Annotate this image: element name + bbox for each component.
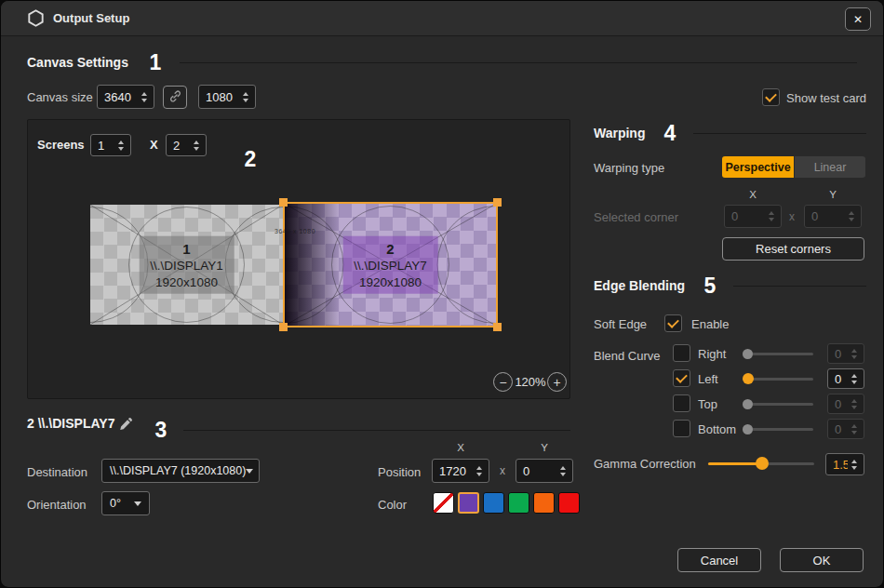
link-dimensions-button[interactable] <box>163 86 187 109</box>
dialog-title: Output Setup <box>53 11 129 25</box>
orientation-label: Orientation <box>27 498 87 512</box>
blend-top-spinner <box>827 394 864 414</box>
canvas-height-spinner[interactable] <box>198 85 256 109</box>
screens-cols-input[interactable] <box>91 139 114 153</box>
position-x-spinner[interactable] <box>432 459 489 483</box>
display-resolution: 1920x1080 <box>150 274 223 290</box>
corner-handle-top-right[interactable] <box>493 198 502 207</box>
display-1-thumbnail[interactable]: 1 \\.\DISPLAY1 1920x1080 <box>90 205 283 325</box>
display-number: 2 <box>354 239 427 258</box>
color-label: Color <box>378 498 407 512</box>
blend-curve-label: Blend Curve <box>594 349 661 363</box>
screens-x-separator: X <box>150 138 158 152</box>
spinner-arrows <box>848 399 860 409</box>
edge-blending-heading: Edge Blending <box>594 278 685 293</box>
spinner-arrows[interactable] <box>848 460 860 470</box>
canvas-width-input[interactable] <box>98 90 138 104</box>
color-swatch-blue[interactable] <box>483 492 504 514</box>
blend-top-input <box>828 397 848 411</box>
canvas-size-overlay: 3640 x 1080 <box>275 228 315 234</box>
screens-preview-panel: Screens X 3640 x 1080 1 \\.\DISPLAY1 192… <box>27 119 570 399</box>
canvas-width-spinner[interactable] <box>97 85 154 109</box>
soft-edge-label: Soft Edge <box>594 317 647 331</box>
soft-edge-checkbox[interactable] <box>664 314 682 332</box>
canvas-settings-divider <box>180 62 857 63</box>
spinner-arrows[interactable] <box>473 466 485 476</box>
warping-type-linear[interactable]: Linear <box>794 156 865 178</box>
display-1-label: 1 \\.\DISPLAY1 1920x1080 <box>139 235 234 294</box>
blend-top-checkbox[interactable] <box>673 394 690 412</box>
zoom-out-button[interactable]: − <box>493 372 513 392</box>
spinner-arrows <box>848 424 860 434</box>
blend-left-slider[interactable] <box>743 372 813 385</box>
color-swatch-red[interactable] <box>558 492 580 514</box>
orientation-value: 0° <box>110 497 121 510</box>
blend-right-checkbox[interactable] <box>673 344 690 362</box>
display-2-label: 2 \\.\DISPLAY7 1920x1080 <box>342 235 438 294</box>
destination-dropdown[interactable]: \\.\DISPLAY7 (1920x1080) <box>101 459 260 483</box>
blend-left-checkbox[interactable] <box>673 369 690 387</box>
screens-cols-spinner[interactable] <box>90 134 131 156</box>
corner-x-spinner <box>724 205 782 228</box>
position-x-input[interactable] <box>433 464 473 478</box>
canvas-height-input[interactable] <box>199 90 239 104</box>
color-swatch-green[interactable] <box>508 492 529 514</box>
chevron-down-icon <box>246 469 253 474</box>
warping-divider <box>693 133 866 134</box>
spinner-arrows <box>845 211 857 221</box>
color-swatch-orange[interactable] <box>533 492 555 514</box>
orientation-dropdown[interactable]: 0° <box>101 491 150 515</box>
ok-button[interactable]: OK <box>780 548 864 572</box>
canvas-settings-heading: Canvas Settings <box>27 55 128 70</box>
spinner-arrows[interactable] <box>138 92 150 102</box>
step-badge-5: 5 <box>690 265 730 306</box>
display-2-thumbnail[interactable]: 2 \\.\DISPLAY7 1920x1080 <box>283 202 498 327</box>
show-test-card-checkbox[interactable] <box>762 88 780 106</box>
position-y-input[interactable] <box>516 464 556 478</box>
blend-left-input[interactable] <box>828 372 848 386</box>
position-y-spinner[interactable] <box>516 459 573 483</box>
blend-bottom-input <box>828 422 848 436</box>
spinner-arrows[interactable] <box>239 92 251 102</box>
spinner-arrows[interactable] <box>848 374 860 384</box>
screens-label: Screens <box>37 138 85 152</box>
gamma-spinner[interactable] <box>825 453 864 475</box>
gamma-input[interactable] <box>826 458 848 472</box>
corner-handle-bottom-left[interactable] <box>279 323 288 331</box>
gamma-slider[interactable] <box>708 457 814 470</box>
spinner-arrows[interactable] <box>556 466 569 476</box>
corner-handle-top-left[interactable] <box>279 198 288 207</box>
blend-bottom-checkbox[interactable] <box>673 420 690 437</box>
chevron-down-icon <box>134 501 141 506</box>
blend-right-label: Right <box>698 347 726 361</box>
step-badge-4: 4 <box>650 113 690 154</box>
close-button[interactable]: ✕ <box>845 7 871 31</box>
soft-edge-enable-label: Enable <box>691 317 729 331</box>
cancel-button[interactable]: Cancel <box>677 548 761 572</box>
selected-display-heading: 2 \\.\DISPLAY7 <box>27 416 114 431</box>
blend-left-label: Left <box>698 372 718 386</box>
corner-separator: x <box>789 210 795 223</box>
display-settings-divider <box>183 430 570 431</box>
display-number: 1 <box>150 239 223 258</box>
color-swatch-none[interactable] <box>433 492 454 514</box>
spinner-arrows[interactable] <box>114 140 127 151</box>
color-swatch-purple[interactable] <box>458 492 479 514</box>
edge-blending-divider <box>733 286 866 287</box>
spinner-arrows[interactable] <box>190 140 202 151</box>
position-y-header: Y <box>516 442 573 453</box>
blend-bottom-slider <box>743 422 813 435</box>
warping-type-perspective[interactable]: Perspective <box>722 156 794 178</box>
screens-rows-spinner[interactable] <box>166 134 207 156</box>
step-badge-2: 2 <box>230 139 271 180</box>
show-test-card-label: Show test card <box>786 91 866 105</box>
reset-corners-button[interactable]: Reset corners <box>722 237 864 261</box>
warping-type-label: Warping type <box>594 161 664 175</box>
blend-left-spinner[interactable] <box>827 368 864 389</box>
zoom-level: 120% <box>514 375 547 389</box>
corner-handle-bottom-right[interactable] <box>493 323 502 331</box>
edit-pencil-icon[interactable] <box>119 417 133 434</box>
zoom-in-button[interactable]: + <box>547 372 567 392</box>
screens-rows-input[interactable] <box>167 139 190 153</box>
blend-right-slider <box>743 347 813 360</box>
